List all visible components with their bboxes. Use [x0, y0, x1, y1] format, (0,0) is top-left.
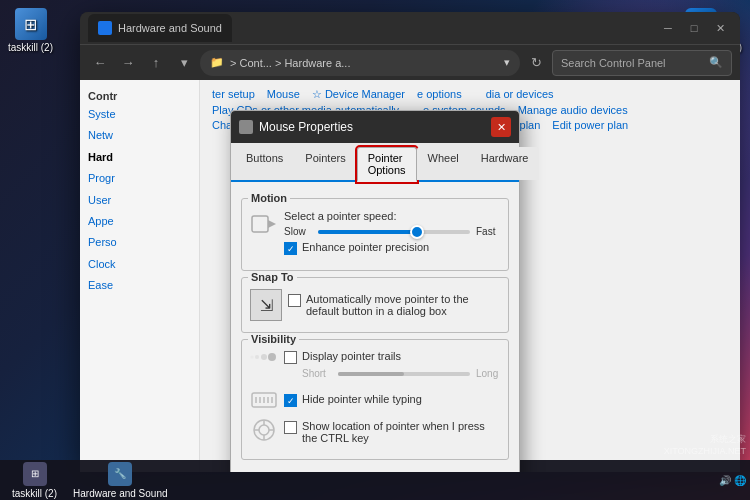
browser-toolbar: ← → ↑ ▾ 📁 > Cont... > Hardware a... ▾ ↻ … — [80, 44, 740, 80]
visibility-section-label: Visibility — [248, 333, 299, 345]
dialog-body: Motion Select a pointer speed: — [231, 182, 519, 472]
dialog-title: Mouse Properties — [259, 120, 353, 134]
tab-hardware[interactable]: Hardware — [470, 147, 540, 180]
fast-label: Fast — [476, 226, 500, 237]
tab-buttons[interactable]: Buttons — [235, 147, 294, 180]
show-ctrl-label: Show location of pointer when I press th… — [302, 420, 500, 444]
tab-favicon — [98, 21, 112, 35]
taskbar-item-hardware[interactable]: 🔧 Hardware and Sound — [65, 458, 176, 501]
motion-icon-row: Select a pointer speed: Slow Fast — [250, 210, 500, 259]
snap-icon: ⇲ — [250, 289, 282, 321]
hide-typing-checkbox-row: Hide pointer while typing — [284, 393, 500, 407]
sidebar-item-ease[interactable]: Ease — [80, 275, 199, 296]
dialog-close-button[interactable]: ✕ — [491, 117, 511, 137]
speed-slider-thumb — [410, 225, 424, 239]
show-ctrl-icon — [250, 416, 278, 444]
taskkill-icon[interactable]: ⊞ taskkill (2) — [8, 8, 53, 53]
svg-point-2 — [261, 354, 267, 360]
snap-to-checkbox[interactable] — [288, 294, 301, 307]
speed-slider-track[interactable] — [318, 230, 470, 234]
tab-label: Hardware and Sound — [118, 22, 222, 34]
sidebar-item-clock[interactable]: Clock — [80, 254, 199, 275]
dialog-titlebar: Mouse Properties ✕ — [231, 111, 519, 143]
sidebar-header: Contr — [80, 88, 199, 104]
tab-wheel[interactable]: Wheel — [417, 147, 470, 180]
address-dropdown-icon: ▾ — [504, 56, 510, 69]
back-button[interactable]: ← — [88, 51, 112, 75]
trails-checkbox-row: Display pointer trails — [284, 350, 500, 364]
taskbar-icon-taskkill: ⊞ — [23, 462, 47, 486]
close-button[interactable]: ✕ — [708, 16, 732, 40]
svg-point-12 — [259, 425, 269, 435]
motion-group: Motion Select a pointer speed: — [241, 198, 509, 271]
trails-icon — [250, 346, 278, 368]
taskbar-icon-hardware: 🔧 — [108, 462, 132, 486]
browser-tab[interactable]: Hardware and Sound — [88, 14, 232, 42]
enhance-precision-label: Enhance pointer precision — [302, 241, 429, 253]
maximize-button[interactable]: □ — [682, 16, 706, 40]
speed-slider-fill — [318, 230, 417, 234]
tab-pointers[interactable]: Pointers — [294, 147, 356, 180]
enhance-precision-row: Enhance pointer precision — [284, 241, 500, 255]
sidebar-item-hard[interactable]: Hard — [80, 147, 199, 168]
trails-label: Display pointer trails — [302, 350, 401, 362]
browser-titlebar: Hardware and Sound ─ □ ✕ — [80, 12, 740, 44]
address-text: > Cont... > Hardware a... — [230, 57, 350, 69]
sidebar-item-syste[interactable]: Syste — [80, 104, 199, 125]
slow-label: Slow — [284, 226, 312, 237]
hide-typing-checkbox[interactable] — [284, 394, 297, 407]
trails-short: Short — [302, 368, 332, 379]
snap-to-row: ⇲ Automatically move pointer to the defa… — [250, 289, 500, 321]
svg-rect-0 — [252, 216, 268, 232]
hide-typing-icon — [250, 389, 278, 411]
tab-pointer-options[interactable]: Pointer Options — [357, 147, 417, 182]
taskbar-item-taskkill[interactable]: ⊞ taskkill (2) — [4, 458, 65, 501]
show-ctrl-checkbox[interactable] — [284, 421, 297, 434]
window-controls: ─ □ ✕ — [656, 16, 732, 40]
motion-icon — [250, 210, 278, 238]
hide-typing-row: Hide pointer while typing — [250, 389, 500, 411]
forward-button[interactable]: → — [116, 51, 140, 75]
dialog-title-icon — [239, 120, 253, 134]
sidebar-item-netw[interactable]: Netw — [80, 125, 199, 146]
trails-controls: Display pointer trails Short Long — [284, 346, 500, 383]
refresh-button[interactable]: ↻ — [524, 51, 548, 75]
minimize-button[interactable]: ─ — [656, 16, 680, 40]
folder-icon: 📁 — [210, 56, 224, 69]
desktop: ⊞ taskkill (2) 𝒆 Microsoft Edge (2) Hard… — [0, 0, 750, 500]
trails-slider-row: Short Long — [302, 368, 500, 379]
taskbar-label-taskkill: taskkill (2) — [12, 488, 57, 499]
snap-to-group: Snap To ⇲ Automatically move pointer to … — [241, 277, 509, 333]
dialog-overlay: Mouse Properties ✕ Buttons Pointers Poin… — [200, 80, 740, 472]
speed-label: Select a pointer speed: — [284, 210, 500, 222]
trails-slider-track[interactable] — [338, 372, 470, 376]
motion-controls: Select a pointer speed: Slow Fast — [284, 210, 500, 259]
taskbar-label-hardware: Hardware and Sound — [73, 488, 168, 499]
snap-checkbox-row: Automatically move pointer to the defaul… — [288, 293, 500, 317]
control-panel-sidebar: Contr Syste Netw Hard Progr User Appe Pe… — [80, 80, 200, 472]
svg-point-3 — [255, 355, 259, 359]
dialog-tabs: Buttons Pointers Pointer Options Wheel H… — [231, 143, 519, 182]
sidebar-item-user[interactable]: User — [80, 190, 199, 211]
browser-content: Contr Syste Netw Hard Progr User Appe Pe… — [80, 80, 740, 472]
snap-to-label: Snap To — [248, 271, 297, 283]
address-bar[interactable]: 📁 > Cont... > Hardware a... ▾ — [200, 50, 520, 76]
snap-to-checkbox-label: Automatically move pointer to the defaul… — [306, 293, 500, 317]
svg-point-4 — [251, 356, 254, 359]
motion-section-label: Motion — [248, 192, 290, 204]
up-button[interactable]: ↑ — [144, 51, 168, 75]
trails-long: Long — [476, 368, 500, 379]
svg-point-1 — [268, 353, 276, 361]
search-icon: 🔍 — [709, 56, 723, 69]
show-ctrl-checkbox-row: Show location of pointer when I press th… — [284, 420, 500, 444]
trails-row: Display pointer trails Short Long — [250, 346, 500, 383]
sidebar-item-perso[interactable]: Perso — [80, 232, 199, 253]
hide-typing-label: Hide pointer while typing — [302, 393, 422, 405]
recent-button[interactable]: ▾ — [172, 51, 196, 75]
sidebar-item-progr[interactable]: Progr — [80, 168, 199, 189]
search-box[interactable]: Search Control Panel 🔍 — [552, 50, 732, 76]
enhance-precision-checkbox[interactable] — [284, 242, 297, 255]
sidebar-item-appe[interactable]: Appe — [80, 211, 199, 232]
browser-window: Hardware and Sound ─ □ ✕ ← → ↑ ▾ 📁 > Con… — [80, 12, 740, 472]
trails-checkbox[interactable] — [284, 351, 297, 364]
